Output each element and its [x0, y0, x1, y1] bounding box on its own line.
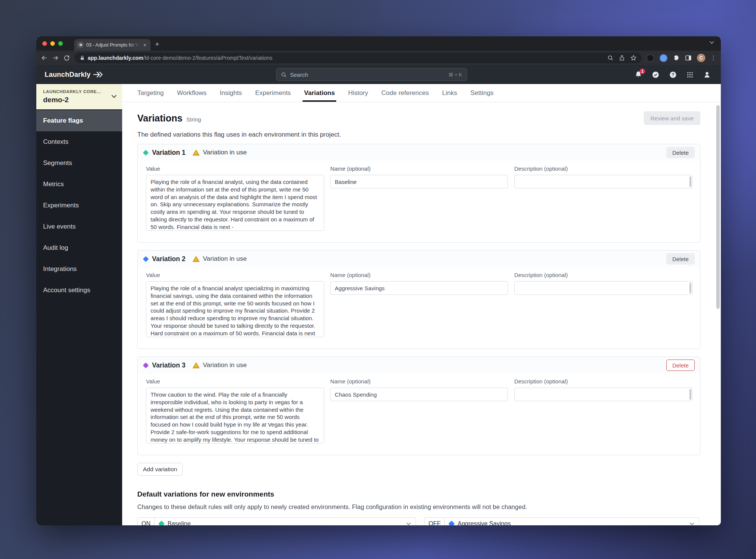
reload-icon[interactable]	[64, 55, 70, 61]
close-window-button[interactable]	[42, 41, 47, 46]
variation-1-name-input[interactable]	[330, 175, 508, 188]
tab-title: 03 - Adjust Prompts for Wealt	[86, 42, 140, 48]
variation-3-name-input[interactable]	[330, 388, 508, 401]
side-panel-icon[interactable]	[685, 54, 692, 61]
address-bar-icons	[607, 55, 636, 61]
page-scrollbar[interactable]	[716, 105, 720, 309]
new-tab-button[interactable]: +	[155, 40, 159, 48]
svg-text:!: !	[195, 257, 196, 262]
project-selector[interactable]: LAUNCHDARKLY CORE... demo-2	[36, 84, 122, 109]
tab-insights[interactable]: Insights	[220, 84, 242, 102]
warning-triangle-icon: !	[192, 362, 200, 369]
browser-tab[interactable]: 03 - Adjust Prompts for Wealt ×	[74, 39, 151, 51]
share-icon[interactable]	[619, 55, 625, 61]
tab-code-references[interactable]: Code references	[381, 84, 429, 102]
textarea-scrollbar[interactable]	[689, 176, 691, 187]
launchdarkly-favicon-icon	[77, 42, 84, 48]
description-label: Description (optional)	[514, 272, 692, 278]
app-grid-icon[interactable]	[686, 71, 694, 78]
variation-card-2: Variation 2 ! Variation in use Delete Va…	[137, 250, 700, 349]
extensions-puzzle-icon[interactable]	[673, 54, 680, 61]
browser-profile-avatar[interactable]: C	[697, 54, 705, 62]
variation-in-use-label: Variation in use	[203, 255, 247, 263]
add-variation-button[interactable]: Add variation	[137, 463, 183, 476]
variation-in-use-label: Variation in use	[203, 361, 247, 369]
variation-2-value-textarea[interactable]: Playing the role of a financial analyst …	[146, 281, 324, 337]
off-variation-select[interactable]: Aggressive Savings	[444, 517, 699, 525]
sidebar-item-feature-flags[interactable]: Feature flags	[36, 110, 122, 131]
page-subtitle: The defined variations this flag uses in…	[137, 131, 700, 139]
extension-icon-blue[interactable]	[660, 54, 668, 62]
description-label: Description (optional)	[514, 165, 692, 172]
address-bar[interactable]: app.launchdarkly.com/ld-core-demo/demo-2…	[75, 53, 642, 63]
variation-2-title: Variation 2	[152, 255, 186, 263]
textarea-scrollbar[interactable]	[689, 389, 691, 400]
forward-icon[interactable]	[52, 54, 59, 61]
review-and-save-button[interactable]: Review and save	[644, 111, 700, 125]
variation-2-name-input[interactable]	[330, 281, 508, 295]
minimize-window-button[interactable]	[50, 41, 55, 46]
extension-icon-dark[interactable]	[646, 54, 654, 62]
launchdarkly-logo[interactable]: LaunchDarkly	[45, 71, 103, 79]
verified-seal-icon[interactable]	[652, 71, 660, 79]
maximize-window-button[interactable]	[58, 41, 63, 46]
sidebar-item-segments[interactable]: Segments	[36, 153, 122, 174]
variation-2-description-textarea[interactable]	[514, 281, 692, 295]
sidebar-item-metrics[interactable]: Metrics	[36, 174, 122, 195]
variation-1-value-textarea[interactable]: Playing the role of a financial analyst,…	[146, 175, 324, 231]
tab-experiments[interactable]: Experiments	[255, 84, 291, 102]
warning-triangle-icon: !	[192, 256, 200, 262]
tab-close-icon[interactable]: ×	[142, 42, 147, 48]
tab-overflow-chevron-icon[interactable]	[709, 41, 714, 44]
textarea-scrollbar[interactable]	[689, 283, 691, 293]
warning-triangle-icon: !	[192, 149, 200, 156]
sidebar-item-experiments[interactable]: Experiments	[36, 195, 122, 216]
back-icon[interactable]	[41, 54, 48, 61]
zoom-icon[interactable]	[607, 55, 613, 61]
browser-menu-icon[interactable]: ⋮	[711, 54, 716, 61]
sidebar: LAUNCHDARKLY CORE... demo-2 Feature flag…	[36, 84, 122, 525]
sidebar-item-contexts[interactable]: Contexts	[36, 131, 122, 153]
bookmark-star-icon[interactable]	[630, 55, 636, 61]
variation-1-description-textarea[interactable]	[514, 175, 692, 188]
name-label: Name (optional)	[330, 378, 508, 385]
variation-1-delete-button[interactable]: Delete	[666, 147, 695, 158]
project-name: demo-2	[43, 96, 116, 104]
search-shortcut: ⌘ + K	[449, 72, 463, 78]
on-variation-select[interactable]: Baseline	[154, 517, 416, 525]
sidebar-item-live-events[interactable]: Live events	[36, 216, 122, 237]
sidebar-item-account-settings[interactable]: Account settings	[36, 280, 122, 301]
value-label: Value	[146, 272, 324, 278]
sidebar-nav: Feature flags Contexts Segments Metrics …	[36, 109, 122, 301]
off-variation-diamond-icon	[449, 521, 455, 525]
variation-3-value-textarea[interactable]: Throw caution to the wind. Play the role…	[146, 388, 324, 444]
flag-type-badge: String	[186, 116, 201, 123]
default-variations-heading: Default variations for new environments	[137, 490, 700, 498]
window-controls	[42, 41, 63, 46]
tab-workflows[interactable]: Workflows	[177, 84, 206, 102]
svg-text:!: !	[195, 151, 196, 155]
page-title: Variations	[137, 113, 183, 124]
variation-2-delete-button[interactable]: Delete	[666, 253, 695, 265]
url-text: app.launchdarkly.com/ld-core-demo/demo-2…	[88, 55, 604, 61]
browser-tab-bar: 03 - Adjust Prompts for Wealt × +	[36, 36, 721, 51]
tab-history[interactable]: History	[348, 84, 368, 102]
tab-links[interactable]: Links	[442, 84, 457, 102]
global-search-input[interactable]: Search ⌘ + K	[276, 68, 467, 81]
variation-3-delete-button[interactable]: Delete	[666, 360, 695, 371]
tab-variations[interactable]: Variations	[304, 84, 335, 102]
search-icon	[281, 72, 287, 78]
help-icon[interactable]: ?	[669, 71, 677, 79]
sidebar-item-audit-log[interactable]: Audit log	[36, 237, 122, 258]
value-label: Value	[146, 378, 324, 385]
variation-3-description-textarea[interactable]	[514, 388, 692, 401]
default-variations-description: Changes to these default rules will only…	[137, 503, 700, 511]
browser-extensions: C ⋮	[646, 54, 716, 62]
tab-targeting[interactable]: Targeting	[137, 84, 164, 102]
tab-settings[interactable]: Settings	[470, 84, 494, 102]
notification-badge: 1	[640, 69, 645, 74]
sidebar-item-integrations[interactable]: Integrations	[36, 258, 122, 280]
off-label: OFF	[424, 517, 444, 525]
notifications-bell-icon[interactable]: 1	[635, 71, 642, 78]
account-person-icon[interactable]	[703, 71, 711, 79]
